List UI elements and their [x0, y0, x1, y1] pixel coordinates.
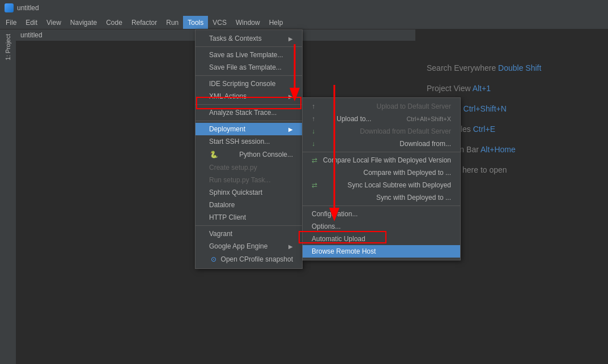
submenu-arrow-icon: ▶: [288, 93, 293, 100]
menu-http-client[interactable]: HTTP Client: [195, 211, 302, 224]
cprofile-icon: ⊙: [209, 255, 218, 264]
menu-view[interactable]: View: [42, 16, 66, 29]
hint-shortcut: Alt+Home: [481, 145, 516, 154]
tools-menu: Tasks & Contexts ▶ Save as Live Template…: [195, 29, 303, 269]
menu-save-file-template[interactable]: Save File as Template...: [195, 61, 302, 74]
deployment-compare-deployed-to[interactable]: Compare with Deployed to ...: [303, 166, 460, 179]
hint-shortcut: Alt+1: [473, 84, 491, 93]
deployment-sync-deployed-to[interactable]: Sync with Deployed to ...: [303, 191, 460, 204]
hint-project-view: Project View Alt+1: [427, 84, 597, 93]
hint-label: Project View: [427, 84, 473, 93]
menu-create-setup[interactable]: Create setup.py: [195, 161, 302, 174]
menu-deployment[interactable]: Deployment ▶: [195, 123, 302, 135]
deployment-upload-default[interactable]: ↑ Upload to Default Server: [303, 100, 460, 113]
upload-icon: ↑: [312, 115, 315, 123]
deployment-submenu: ↑ Upload to Default Server ↑ Upload to..…: [302, 97, 461, 260]
menu-code[interactable]: Code: [101, 16, 127, 29]
menu-sphinx[interactable]: Sphinx Quickstart: [195, 186, 302, 199]
menu-run-setup-task[interactable]: Run setup.py Task...: [195, 174, 302, 186]
deployment-automatic-upload[interactable]: Automatic Upload: [303, 233, 460, 245]
separator-d1: [303, 152, 460, 152]
submenu-arrow-icon: ▶: [288, 36, 293, 42]
app-icon: [5, 3, 14, 12]
menu-ide-scripting[interactable]: IDE Scripting Console: [195, 78, 302, 90]
tools-dropdown: Tasks & Contexts ▶ Save as Live Template…: [195, 29, 303, 269]
deployment-options[interactable]: Options...: [303, 220, 460, 233]
menu-bar: File Edit View Navigate Code Refactor Ru…: [0, 16, 608, 29]
deployment-browse-remote[interactable]: Browse Remote Host: [303, 245, 460, 258]
menu-tools[interactable]: Tools: [183, 16, 208, 29]
separator-d2: [303, 205, 460, 206]
separator-5: [195, 225, 302, 226]
deployment-download-from[interactable]: ↓ Download from...: [303, 138, 460, 150]
menu-analyze-stack[interactable]: Analyze Stack Trace...: [195, 106, 302, 119]
separator-2: [195, 75, 302, 76]
submenu-arrow-icon: ▶: [288, 126, 293, 132]
menu-ssh-session[interactable]: Start SSH session...: [195, 135, 302, 148]
menu-edit[interactable]: Edit: [21, 16, 42, 29]
project-panel: 1: Project: [0, 29, 16, 364]
deployment-upload-to[interactable]: ↑ Upload to... Ctrl+Alt+Shift+X: [303, 113, 460, 125]
separator-3: [195, 104, 302, 105]
menu-vcs[interactable]: VCS: [208, 16, 231, 29]
sync-icon: ⇄: [312, 181, 317, 189]
separator-4: [195, 121, 302, 121]
hint-search-everywhere: Search Everywhere Double Shift: [427, 63, 597, 72]
deployment-compare-local[interactable]: ⇄ Compare Local File with Deployed Versi…: [303, 154, 460, 166]
menu-tasks-contexts[interactable]: Tasks & Contexts ▶: [195, 32, 302, 45]
menu-vagrant[interactable]: Vagrant: [195, 228, 302, 240]
menu-help[interactable]: Help: [265, 16, 288, 29]
menu-file[interactable]: File: [1, 16, 21, 29]
download-icon: ↓: [312, 127, 315, 135]
menu-python-console[interactable]: 🐍 Python Console...: [195, 148, 302, 161]
hint-shortcut: Ctrl+E: [473, 125, 495, 134]
hint-shortcut: Ctrl+Shift+N: [464, 104, 507, 113]
menu-navigate[interactable]: Navigate: [66, 16, 101, 29]
menu-google-app-engine[interactable]: Google App Engine ▶: [195, 240, 302, 252]
submenu-arrow-icon: ▶: [288, 243, 293, 250]
project-tab[interactable]: 1: Project: [2, 29, 14, 65]
menu-xml-actions[interactable]: XML Actions ▶: [195, 90, 302, 102]
menu-open-cprofile[interactable]: ⊙ Open CProfile snapshot: [195, 252, 302, 266]
hint-shortcut: Double Shift: [498, 63, 541, 72]
shortcut-hint: Ctrl+Alt+Shift+X: [406, 115, 451, 122]
menu-save-live-template[interactable]: Save as Live Template...: [195, 49, 302, 61]
deployment-download-default[interactable]: ↓ Download from Default Server: [303, 125, 460, 138]
title-bar: untitled: [0, 0, 608, 16]
deployment-configuration[interactable]: Configuration...: [303, 208, 460, 220]
hint-label: Search Everywhere: [427, 63, 498, 72]
sync-icon: ⇄: [312, 156, 317, 164]
download-icon: ↓: [312, 140, 315, 148]
upload-icon: ↑: [312, 102, 315, 110]
menu-window[interactable]: Window: [231, 16, 265, 29]
separator-1: [195, 46, 302, 47]
deployment-sync-local[interactable]: ⇄ Sync Local Subtree with Deployed: [303, 179, 460, 191]
python-icon: 🐍: [209, 150, 218, 159]
app-title: untitled: [17, 4, 39, 12]
menu-datalore[interactable]: Datalore: [195, 199, 302, 211]
menu-refactor[interactable]: Refactor: [127, 16, 161, 29]
menu-run[interactable]: Run: [161, 16, 183, 29]
